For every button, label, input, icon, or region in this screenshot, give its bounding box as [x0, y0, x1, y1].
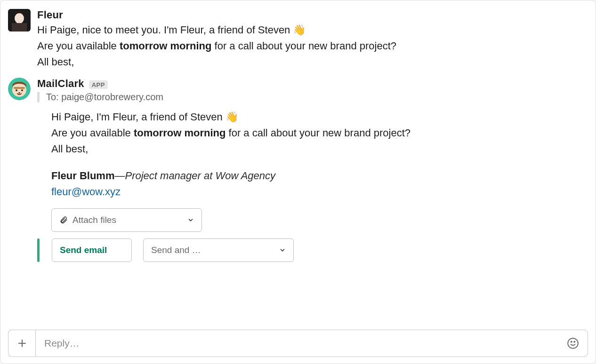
signature-title: Project manager at Wow Agency — [125, 170, 275, 182]
thread-panel: Fleur Hi Paige, nice to meet you. I'm Fl… — [0, 0, 596, 364]
svg-point-11 — [568, 338, 578, 348]
msg-line: for a call about your new brand project? — [226, 127, 411, 139]
avatar-mailclark — [8, 78, 31, 100]
msg-line: All best, — [51, 143, 88, 155]
msg-line: Are you available — [37, 40, 120, 52]
msg-line: Hi Paige, I'm Fleur, a friend of Steven — [51, 111, 226, 123]
message-fleur: Fleur Hi Paige, nice to meet you. I'm Fl… — [8, 7, 588, 76]
email-to-block: To: paige@torobrewery.com — [37, 92, 588, 103]
sender-name: MailClark — [37, 78, 84, 90]
msg-bold: tomorrow morning — [134, 127, 226, 139]
message-mailclark: MailClark APP To: paige@torobrewery.com … — [8, 76, 588, 267]
quote-bar — [37, 92, 40, 103]
reply-composer — [8, 330, 588, 357]
wave-icon: 👋 — [293, 22, 306, 38]
reply-input[interactable] — [43, 337, 566, 349]
message-body: Hi Paige, nice to meet you. I'm Fleur, a… — [37, 22, 588, 70]
reply-box — [35, 330, 588, 357]
signature-dash: — — [114, 170, 125, 182]
svg-point-2 — [15, 13, 24, 24]
wave-icon: 👋 — [226, 109, 238, 125]
button-label: Send and … — [151, 245, 274, 255]
emoji-picker-button[interactable] — [566, 336, 580, 350]
attach-files-button[interactable]: Attach files — [51, 208, 202, 232]
sender-name: Fleur — [37, 9, 63, 21]
svg-point-12 — [571, 341, 572, 342]
button-label: Attach files — [72, 215, 183, 225]
signature-name: Fleur Blumm — [51, 170, 114, 182]
msg-line: Hi Paige, nice to meet you. I'm Fleur, a… — [37, 24, 293, 36]
send-and-button[interactable]: Send and … — [143, 238, 294, 262]
button-label: Send email — [60, 245, 124, 255]
chevron-down-icon — [187, 217, 194, 223]
msg-line: for a call about your new brand project? — [211, 40, 396, 52]
svg-rect-6 — [14, 87, 25, 89]
msg-line: All best, — [37, 56, 74, 68]
svg-rect-3 — [12, 23, 27, 32]
action-accent-bar — [37, 238, 40, 262]
chevron-down-icon — [279, 247, 286, 253]
msg-bold: tomorrow morning — [120, 40, 212, 52]
msg-line: Are you available — [51, 127, 134, 139]
svg-point-8 — [21, 89, 23, 91]
svg-point-13 — [574, 341, 575, 342]
paperclip-icon — [59, 215, 68, 225]
avatar-fleur — [8, 9, 31, 32]
svg-point-7 — [16, 89, 17, 91]
app-badge: APP — [89, 80, 108, 89]
email-to: To: paige@torobrewery.com — [46, 92, 163, 103]
email-body: Hi Paige, I'm Fleur, a friend of Steven … — [37, 109, 588, 199]
signature-email-link[interactable]: fleur@wow.xyz — [51, 186, 121, 198]
add-attachment-button[interactable] — [8, 330, 35, 357]
send-email-button[interactable]: Send email — [52, 238, 132, 262]
